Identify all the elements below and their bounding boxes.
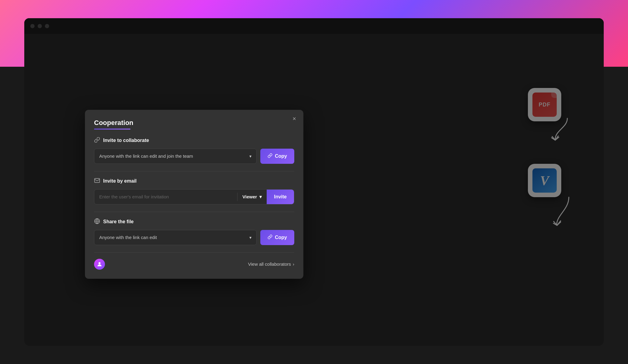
invite-button[interactable]: Invite bbox=[267, 190, 294, 204]
collaborator-avatar bbox=[94, 259, 105, 270]
app-window: × Cooperation Invite to collaborate Anyo… bbox=[24, 18, 604, 346]
divider-2 bbox=[94, 212, 294, 212]
chevron-down-icon: ▾ bbox=[249, 235, 252, 240]
globe-icon bbox=[94, 218, 100, 226]
invite-email-row: Viewer ▾ Invite bbox=[94, 189, 294, 204]
svg-point-2 bbox=[99, 262, 101, 264]
dialog-title: Cooperation bbox=[94, 119, 294, 127]
role-dropdown[interactable]: Viewer ▾ bbox=[238, 190, 267, 204]
chevron-down-icon: ▾ bbox=[249, 154, 252, 159]
link-rotate-icon bbox=[94, 137, 100, 144]
invite-collaborate-title: Invite to collaborate bbox=[103, 138, 149, 143]
email-input[interactable] bbox=[94, 190, 237, 204]
chevron-down-icon: ▾ bbox=[259, 194, 262, 200]
copy-link-icon-2 bbox=[268, 234, 272, 241]
share-file-row: Anyone with the link can edit ▾ Copy bbox=[94, 230, 294, 245]
view-all-collaborators-link[interactable]: View all collaborators › bbox=[248, 261, 294, 267]
invite-collaborate-copy-button[interactable]: Copy bbox=[260, 149, 294, 164]
invite-email-section-header: Invite by email bbox=[94, 177, 294, 185]
share-file-copy-button[interactable]: Copy bbox=[260, 230, 294, 245]
share-file-title: Share the file bbox=[103, 219, 133, 224]
divider-1 bbox=[94, 171, 294, 171]
invite-collaborate-section-header: Invite to collaborate bbox=[94, 137, 294, 144]
copy-link-icon bbox=[268, 153, 272, 159]
mail-icon bbox=[94, 177, 100, 185]
invite-collaborate-row: Anyone with the link can edit and join t… bbox=[94, 149, 294, 164]
cooperation-dialog: × Cooperation Invite to collaborate Anyo… bbox=[85, 110, 303, 279]
share-file-dropdown[interactable]: Anyone with the link can edit ▾ bbox=[94, 230, 257, 245]
invite-email-title: Invite by email bbox=[103, 178, 137, 184]
share-file-section-header: Share the file bbox=[94, 218, 294, 226]
chevron-right-icon: › bbox=[293, 261, 294, 267]
close-button[interactable]: × bbox=[290, 115, 299, 123]
svg-rect-0 bbox=[95, 178, 100, 182]
dialog-overlay: × Cooperation Invite to collaborate Anyo… bbox=[24, 18, 604, 346]
dialog-footer: View all collaborators › bbox=[94, 252, 294, 270]
dialog-title-underline bbox=[94, 129, 130, 130]
invite-collaborate-dropdown[interactable]: Anyone with the link can edit and join t… bbox=[94, 149, 257, 164]
